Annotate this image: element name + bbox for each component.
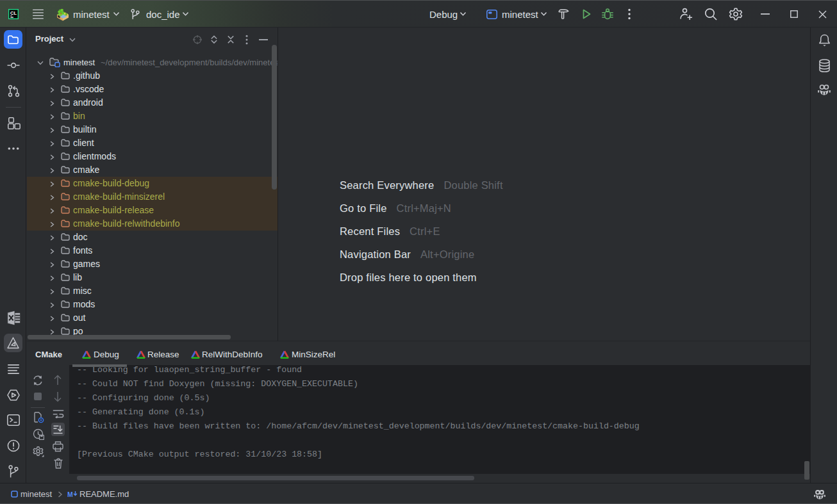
svg-text:CL: CL: [10, 10, 17, 16]
svg-text:M: M: [67, 491, 73, 498]
